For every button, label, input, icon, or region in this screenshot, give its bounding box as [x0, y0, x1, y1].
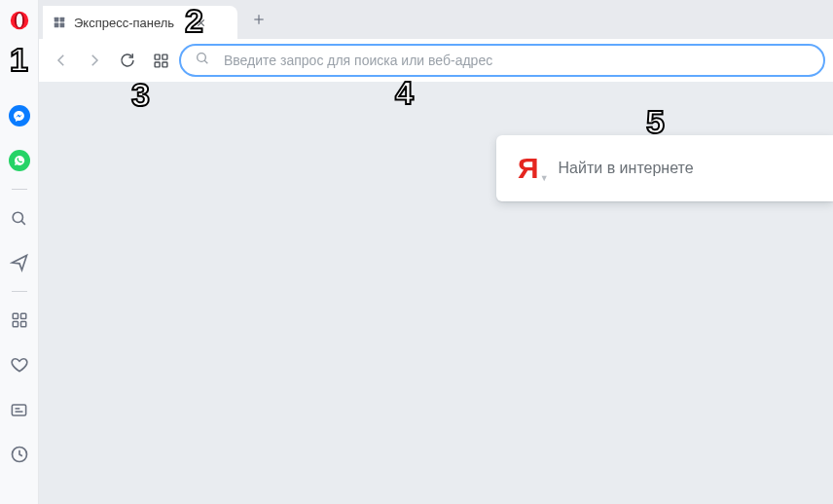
close-icon	[196, 18, 206, 28]
search-icon	[10, 209, 28, 228]
nav-toolbar	[39, 39, 833, 82]
chevron-right-icon	[86, 52, 103, 69]
svg-rect-24	[162, 54, 166, 59]
speed-dial-icon	[11, 311, 28, 329]
tab-strip: Экспресс-панель	[39, 0, 833, 39]
reload-icon	[119, 52, 136, 69]
svg-rect-9	[13, 322, 18, 327]
svg-rect-26	[162, 61, 166, 66]
svg-rect-23	[155, 54, 160, 59]
browser-tab[interactable]: Экспресс-панель	[43, 6, 237, 39]
svg-rect-10	[20, 322, 25, 327]
tab-title: Экспресс-панель	[74, 16, 174, 30]
svg-line-6	[21, 221, 25, 225]
forward-button[interactable]	[80, 46, 109, 75]
address-bar[interactable]	[179, 44, 825, 77]
sidebar-news[interactable]	[8, 398, 31, 421]
yandex-logo-letter: Я	[518, 152, 539, 184]
sidebar-search[interactable]	[8, 206, 31, 230]
speed-dial-favicon	[53, 16, 66, 29]
sidebar-separator	[12, 189, 27, 190]
opera-logo-icon	[9, 10, 30, 31]
speed-dial-button[interactable]	[146, 46, 175, 75]
svg-rect-11	[12, 404, 25, 414]
tab-close-button[interactable]	[196, 18, 206, 28]
sidebar-bookmarks[interactable]	[8, 353, 31, 377]
reload-button[interactable]	[113, 46, 142, 75]
sidebar-history[interactable]	[8, 443, 31, 466]
svg-point-4	[17, 14, 22, 27]
heart-icon	[10, 355, 29, 375]
send-icon	[10, 253, 29, 272]
sidebar-separator	[12, 291, 27, 292]
sidebar	[0, 0, 39, 504]
yandex-logo[interactable]: Я ▼	[518, 152, 539, 185]
whatsapp-icon	[9, 150, 30, 171]
messenger-icon	[9, 105, 30, 126]
svg-rect-7	[13, 313, 18, 318]
sidebar-whatsapp[interactable]	[8, 149, 31, 172]
svg-rect-25	[155, 61, 160, 66]
yandex-search-placeholder: Найти в интернете	[559, 160, 694, 177]
sidebar-personal-news[interactable]	[8, 251, 31, 274]
svg-rect-17	[54, 23, 59, 28]
new-tab-button[interactable]	[245, 6, 272, 33]
news-icon	[10, 401, 28, 419]
svg-point-27	[198, 54, 206, 62]
address-input[interactable]	[224, 53, 810, 68]
history-icon	[10, 445, 29, 464]
back-button[interactable]	[47, 46, 76, 75]
sidebar-messenger[interactable]	[8, 104, 31, 127]
speed-dial-page: Я ▼ Найти в интернете	[39, 82, 833, 504]
search-icon	[195, 51, 210, 70]
chevron-left-icon	[53, 52, 70, 69]
plus-icon	[252, 13, 266, 26]
yandex-search-box[interactable]: Я ▼ Найти в интернете	[496, 135, 833, 201]
svg-line-28	[204, 60, 207, 63]
svg-rect-16	[60, 18, 65, 22]
svg-point-5	[13, 212, 22, 222]
opera-menu-button[interactable]	[9, 10, 30, 93]
speed-dial-icon	[153, 53, 169, 69]
sidebar-speed-dial[interactable]	[8, 308, 31, 332]
svg-rect-15	[54, 18, 59, 22]
dropdown-caret-icon: ▼	[540, 173, 549, 183]
svg-rect-8	[20, 313, 25, 318]
svg-rect-18	[60, 23, 65, 28]
